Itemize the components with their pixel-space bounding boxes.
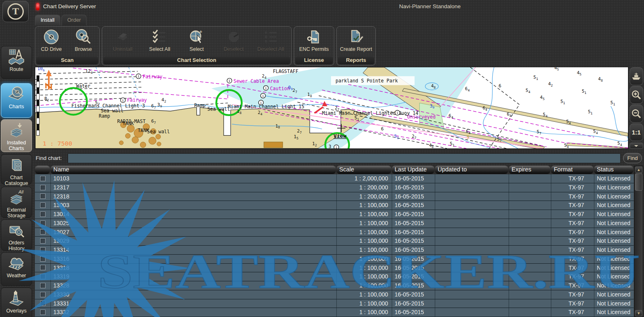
table-row[interactable]: 133181 : 100,00016-05-2015TX-97Not Licen… [35,264,634,273]
row-checkbox[interactable] [40,221,46,226]
deselect-icon [217,28,250,46]
ship-button[interactable] [630,67,643,85]
sidebar-item-overlays[interactable]: Overlays [1,287,32,317]
table-row[interactable]: 130291 : 100,00016-05-2015TX-97Not Licen… [35,237,634,246]
row-checkbox[interactable] [40,274,46,279]
table-row[interactable]: 123171 : 200,00016-05-2015TX-97Not Licen… [35,183,634,192]
table-row[interactable]: 130251 : 100,00016-05-2015TX-97Not Licen… [35,219,634,228]
enc-permits-button[interactable]: ENC Permits [298,28,331,52]
chart-preview[interactable]: FairwayFairwaySewer Cable AreaCautionWat… [35,67,628,149]
table-row[interactable]: 133281 : 100,00016-05-2015TX-97Not Licen… [35,281,634,290]
column-header-format[interactable]: Format [551,166,594,174]
sidebar-item-weather[interactable]: Weather [1,252,32,286]
map-label: Fairway [127,97,147,103]
table-row[interactable]: 130031 : 100,00016-05-2015TX-97Not Licen… [35,201,634,210]
table-row[interactable]: 133301 : 100,00016-05-2015TX-97Not Licen… [35,290,634,299]
column-header-scale[interactable]: Scale [336,166,391,174]
map-label: Ramp [194,103,206,108]
format-cell: TX-97 [551,255,594,263]
sidebar-item-label: Chart Catalogue [1,175,32,186]
status-cell: Not Licensed [594,264,634,272]
scroll-up-button[interactable]: ▲ [635,166,642,173]
ribbon: CD DriveBrowseScanUninstallSelect All+Se… [0,25,644,66]
column-header-last-update[interactable]: Last Update [392,166,434,174]
updated-to-cell [435,228,509,237]
row-checkbox[interactable] [40,229,46,235]
table-row[interactable]: 130271 : 100,00016-05-2015TX-97Not Licen… [35,228,634,237]
column-header-name[interactable]: Name [50,166,336,174]
row-checkbox[interactable] [40,212,46,217]
table-row[interactable]: 133191 : 100,00016-05-2015TX-97Not Licen… [35,272,634,281]
row-checkbox[interactable] [40,247,46,253]
sidebar-item-label: Weather [1,273,32,278]
scroll-down-button[interactable]: ▼ [635,310,642,316]
browse-button[interactable]: Browse [67,28,99,52]
find-button[interactable]: Find [623,153,642,163]
cd-drive-button[interactable]: CD Drive [35,28,67,52]
table-header: NameScaleLast UpdateUpdated toExpiresFor… [35,166,634,174]
updated-to-cell [435,237,509,245]
table-row[interactable]: 123181 : 200,00016-05-2015TX-97Not Licen… [35,192,634,201]
name-cell: 12317 [50,183,336,192]
row-checkbox[interactable] [40,256,46,262]
table-row[interactable]: 133161 : 100,00016-05-2015TX-97Not Licen… [35,255,634,264]
row-checkbox[interactable] [40,292,46,297]
select-button[interactable]: +Select [180,28,213,52]
sidebar-item-route[interactable]: Route [1,46,32,79]
column-header-updated-to[interactable]: Updated to [435,166,508,174]
sidebar-item-charts[interactable]: Charts [1,83,32,118]
scale-cell: 1 : 2,000,000 [336,174,392,183]
row-checkbox[interactable] [40,238,46,244]
map-label: Sea wall [147,129,170,135]
row-checkbox[interactable] [40,185,46,190]
last-update-cell: 16-05-2015 [392,228,435,237]
scroll-thumb[interactable] [635,173,642,191]
zoom-in-button[interactable] [630,86,643,104]
find-bar: Find chart: Find [35,152,643,164]
row-checkbox[interactable] [40,301,46,306]
last-update-cell: 16-05-2015 [392,299,435,308]
name-cell: 13319 [50,272,336,281]
select-all-icon [143,28,176,46]
updated-to-cell [435,272,509,281]
tab-order[interactable]: Order [62,15,87,25]
row-checkbox[interactable] [40,194,46,199]
table-row[interactable]: 133321 : 100,00016-05-2015TX-97Not Licen… [35,308,634,317]
scale-cell: 1 : 100,000 [336,308,392,317]
row-checkbox[interactable] [40,283,46,288]
sidebar-item-label: Overlays [1,308,32,314]
format-cell: TX-97 [551,219,594,228]
column-header-select[interactable] [35,166,50,174]
table-row[interactable]: 101031 : 2,000,00016-05-2015TX-97Not Lic… [35,174,634,183]
table-row[interactable]: 133141 : 100,00016-05-2015TX-97Not Licen… [35,246,634,255]
column-header-expires[interactable]: Expires [509,166,550,174]
last-update-cell: 16-05-2015 [392,219,435,228]
zoom-out-button[interactable] [630,105,643,123]
collapse-button[interactable] [630,143,643,149]
find-chart-input[interactable] [68,153,621,163]
row-checkbox[interactable] [40,176,46,181]
map-label: Sea wall [101,108,123,114]
sidebar-item-external-storage[interactable]: AllExternal Storage [1,187,32,218]
name-cell: 12318 [50,192,336,201]
table-row[interactable]: 133311 : 100,00016-05-2015TX-97Not Licen… [35,299,634,308]
create-report-button[interactable]: Create Report [340,28,372,52]
sidebar-item-chart-catalogue[interactable]: Chart Catalogue [1,154,32,185]
row-checkbox[interactable] [40,265,46,270]
app-logo[interactable]: T [2,1,29,22]
updated-to-cell [435,308,509,317]
sidebar-item-orders-history[interactable]: Orders History [1,219,32,251]
one-to-one-button[interactable]: 1:1 [630,123,643,141]
name-cell: 13014 [50,210,336,219]
select-all-button[interactable]: Select All [143,28,176,52]
find-chart-label: Find chart: [36,155,62,161]
row-checkbox[interactable] [40,310,46,315]
last-update-cell: 16-05-2015 [392,246,435,254]
row-checkbox[interactable] [40,203,46,208]
column-header-status[interactable]: Status [594,166,633,174]
tab-install[interactable]: Install [35,15,60,25]
table-scrollbar[interactable]: ▲ ▼ [634,166,643,317]
updated-to-cell [435,210,509,219]
table-row[interactable]: 130141 : 100,00016-05-2015TX-97Not Licen… [35,210,634,219]
sidebar-item-installed-charts[interactable]: Installed Charts [1,119,32,152]
